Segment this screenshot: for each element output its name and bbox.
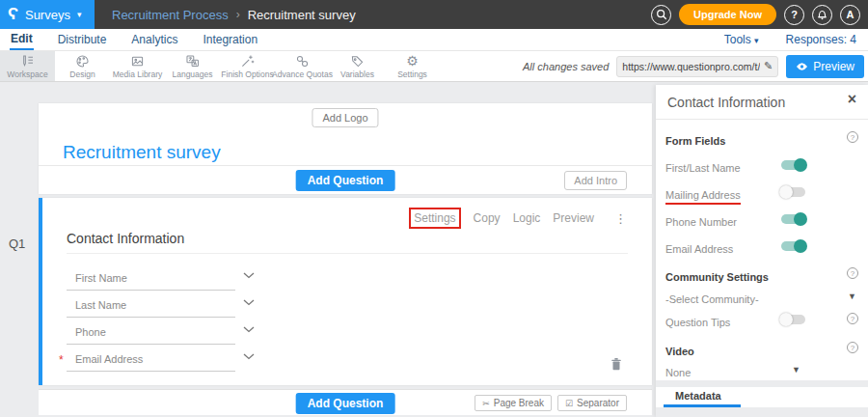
survey-title[interactable]: Recruitment survey [63,142,221,163]
toggle-row-question-tips: Question Tips ? [665,313,858,330]
help-icon[interactable]: ? [847,313,858,324]
help-icon[interactable]: ? [847,131,858,143]
page-break-button[interactable]: ✂ Page Break [475,395,552,411]
breadcrumb: Recruitment Process › Recruitment survey [112,8,356,22]
breadcrumb-separator: › [236,8,240,21]
topbar-actions: Upgrade Now ? A [651,4,868,25]
upgrade-now-button[interactable]: Upgrade Now [679,4,776,25]
add-intro-button[interactable]: Add Intro [564,171,627,190]
page-break-icon: ✂ [482,399,490,408]
add-logo-button[interactable]: Add Logo [312,108,378,127]
required-marker: * [59,353,64,367]
notifications-button[interactable] [812,5,832,25]
tools-menu[interactable]: Tools ▾ [724,33,759,46]
tab-integration[interactable]: Integration [202,30,258,49]
toolbar-item-finish-options[interactable]: Finish Options [220,51,275,81]
search-button[interactable] [651,5,671,25]
tab-metadata[interactable]: Metadata [675,390,721,402]
add-question-button-bottom[interactable]: Add Question [296,393,395,414]
email-address-toggle[interactable] [781,241,805,251]
mailing-address-annotated-label: Mailing Address [665,189,741,205]
tab-distribute[interactable]: Distribute [57,30,108,49]
question-logic-action[interactable]: Logic [513,211,541,225]
edit-url-icon[interactable]: ✎ [764,60,773,72]
field-email-address[interactable]: * Email Address [67,345,288,372]
community-settings-heading-row: Community Settings ? [665,267,858,285]
bell-icon [817,9,827,20]
top-bar: Ɂ Surveys ▾ Recruitment Process › Recrui… [0,0,868,29]
surveys-menu[interactable]: Ɂ Surveys ▾ [0,0,95,29]
design-palette-icon [74,54,91,69]
add-question-button-top[interactable]: Add Question [296,170,395,191]
links-icon [294,54,311,69]
preview-button[interactable]: Preview [786,55,864,78]
chevron-down-icon[interactable] [243,292,255,310]
question-tips-toggle[interactable] [781,315,805,324]
kebab-menu-icon[interactable]: ⋮ [614,211,627,226]
search-icon [656,9,667,20]
save-status: All changes saved [523,61,609,72]
tag-icon [349,54,366,69]
question-copy-action[interactable]: Copy [474,211,501,225]
trash-icon [610,357,623,372]
chevron-down-icon[interactable] [243,347,255,364]
separator-icon: ☑ [565,399,573,408]
avatar[interactable]: A [840,5,860,25]
toggle-row-phone-number: Phone Number [665,212,858,230]
image-icon [129,54,146,69]
add-question-footer: Add Question ✂ Page Break ☑ Separator [39,389,652,415]
help-icon[interactable]: ? [847,267,858,279]
help-icon[interactable]: ? [847,342,858,353]
toolbar-item-workspace[interactable]: Workspace [0,51,55,81]
toolbar-item-variables[interactable]: Variables [330,51,385,81]
nav-right: Tools ▾ Responses: 4 [724,33,868,46]
editor-toolbar: Workspace Design Media Library Languages… [0,51,868,82]
eye-icon [796,62,808,71]
magic-wand-icon [239,54,256,69]
workspace-icon [19,54,36,69]
chevron-down-icon[interactable] [243,320,255,337]
panel-title: Contact Information [667,95,785,110]
question-preview-action[interactable]: Preview [553,211,594,225]
field-last-name[interactable]: Last Name [67,291,288,318]
survey-header-card: Add Logo Recruitment survey Add Question… [39,103,652,194]
translate-icon [184,54,201,69]
toggle-row-email-address: Email Address [665,239,858,257]
close-icon[interactable]: × [848,92,856,107]
question-divider [67,253,628,254]
mailing-address-toggle[interactable] [781,187,805,197]
section-nav: Edit Distribute Analytics Integration To… [0,29,868,51]
toolbar-item-media-library[interactable]: Media Library [110,51,165,81]
toggle-row-first-last-name: First/Last Name [665,158,858,176]
delete-question-button[interactable] [610,357,623,375]
field-first-name[interactable]: First Name [67,264,288,291]
separator-button[interactable]: ☑ Separator [557,395,627,411]
gear-icon: ⚙ [406,54,419,69]
help-button[interactable]: ? [784,5,804,25]
contact-fields: First Name Last Name Phone * Email Addre [67,264,288,372]
toolbar-item-design[interactable]: Design [55,51,110,81]
question-settings-action[interactable]: Settings [409,208,460,229]
toolbar-item-languages[interactable]: Languages [165,51,220,81]
question-card[interactable]: Settings Copy Logic Preview ⋮ Contact In… [39,198,652,385]
questionpro-logo-icon: Ɂ [8,5,18,24]
question-title[interactable]: Contact Information [67,231,184,246]
video-heading-row: Video ? [665,342,858,359]
survey-url-field[interactable]: https://www.questionpro.com/t/APNrFZ ✎ [616,56,778,77]
question-settings-panel: Contact Information × Form Fields ? Firs… [656,85,868,417]
question-number: Q1 [9,236,25,251]
responses-link[interactable]: Responses: 4 [786,33,856,46]
tab-analytics[interactable]: Analytics [130,30,178,49]
tab-edit[interactable]: Edit [10,29,34,50]
first-last-name-toggle[interactable] [781,160,805,170]
field-phone[interactable]: Phone [67,318,288,345]
chevron-down-icon: ▾ [754,36,759,45]
chevron-down-icon: ▾ [77,10,82,19]
chevron-down-icon[interactable] [243,265,255,283]
toolbar-item-settings[interactable]: ⚙ Settings [385,51,440,81]
breadcrumb-folder[interactable]: Recruitment Process [112,8,229,22]
community-select[interactable]: -Select Community- ▼ [665,290,858,307]
video-select[interactable]: None ▼ [665,363,858,380]
phone-number-toggle[interactable] [781,214,805,224]
toolbar-item-advance-quotas[interactable]: Advance Quotas [275,51,330,81]
